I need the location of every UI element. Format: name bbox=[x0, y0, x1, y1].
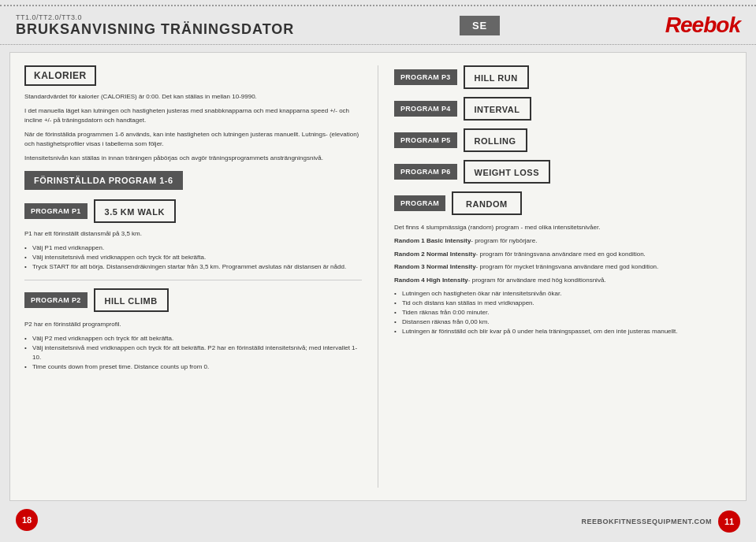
program-program-p3-row: PROGRAM P3 HILL RUN bbox=[394, 65, 732, 89]
random-item-1: Random 2 Normal Intensity- program för t… bbox=[394, 250, 732, 260]
random-label: RANDOM bbox=[466, 199, 508, 209]
vertical-separator bbox=[378, 65, 378, 488]
program-p2-label-box: HILL CLIMB bbox=[94, 288, 169, 312]
prog-badge-2: PROGRAM P5 bbox=[394, 132, 457, 148]
prog-label-1: INTERVAL bbox=[475, 105, 520, 114]
header-title: BRUKSANVISNING TRÄNINGSDATOR bbox=[16, 21, 294, 38]
header-subtitle: TT1.0/TT2.0/TT3.0 bbox=[16, 13, 294, 21]
random-bullets: Lutningen och hastigheten ökar när inten… bbox=[394, 289, 732, 336]
kalorier-para3: När de förinställda programmen 1-6 använ… bbox=[24, 130, 362, 149]
brand-logo: Reebok bbox=[665, 13, 740, 38]
random-bullet-4: Lutningen är förinställd och blir kvar p… bbox=[394, 327, 732, 336]
right-programs: PROGRAM P3 HILL RUN PROGRAM P4 INTERVAL … bbox=[394, 65, 732, 184]
random-bullet-1: Tid och distans kan ställas in med vridk… bbox=[394, 299, 732, 308]
main-content: KALORIER Standardvärdet för kalorier (CA… bbox=[9, 52, 747, 501]
prog-badge-0: PROGRAM P3 bbox=[394, 69, 457, 85]
prog-label-box-2: ROLLING bbox=[464, 128, 527, 152]
footer-icon-left: 18 bbox=[16, 509, 38, 531]
random-bullet-0: Lutningen och hastigheten ökar när inten… bbox=[394, 289, 732, 299]
kalorier-para1: Standardvärdet för kalorier (CALORIES) ä… bbox=[24, 92, 362, 102]
prog-badge-1: PROGRAM P4 bbox=[394, 101, 457, 117]
kalorier-para4: Intensitetsnivån kan ställas in innan tr… bbox=[24, 154, 362, 163]
program-p2-badge: PROGRAM P2 bbox=[24, 292, 88, 308]
prog-label-box-3: WEIGHT LOSS bbox=[464, 160, 551, 184]
language-badge: SE bbox=[460, 16, 500, 35]
left-column: KALORIER Standardvärdet för kalorier (CA… bbox=[24, 65, 362, 488]
prog-label-0: HILL RUN bbox=[475, 73, 518, 83]
p1-bullet-2: Välj intensitetsnivå med vridknappen och… bbox=[24, 253, 362, 262]
program-p2-desc: P2 har en förinställd programprofil. bbox=[24, 320, 362, 329]
random-badge: PROGRAM bbox=[394, 195, 445, 211]
prog-label-2: ROLLING bbox=[475, 136, 516, 146]
random-row: PROGRAM RANDOM bbox=[394, 191, 732, 215]
preset-title: FÖRINSTÄLLDA PROGRAM 1-6 bbox=[24, 171, 183, 190]
program-p1-bullets: Välj P1 med vridknappen. Välj intensitet… bbox=[24, 243, 362, 272]
header-left: TT1.0/TT2.0/TT3.0 BRUKSANVISNING TRÄNING… bbox=[16, 13, 294, 38]
right-column: PROGRAM P3 HILL RUN PROGRAM P4 INTERVAL … bbox=[394, 65, 732, 488]
prog-label-3: WEIGHT LOSS bbox=[475, 168, 540, 177]
prog-label-box-0: HILL RUN bbox=[464, 65, 529, 89]
program-p1-row: PROGRAM P1 3.5 KM WALK bbox=[24, 199, 362, 223]
footer-icon-right-number: 11 bbox=[724, 517, 734, 526]
p1-bullet-1: Välj P1 med vridknappen. bbox=[24, 243, 362, 253]
random-bullet-2: Tiden räknas från 0:00 minuter. bbox=[394, 308, 732, 317]
prog-badge-3: PROGRAM P6 bbox=[394, 164, 457, 180]
program-p1-label-box: 3.5 KM WALK bbox=[94, 199, 176, 223]
random-item-0: Random 1 Basic Intensity- program för ny… bbox=[394, 236, 732, 247]
random-intro: Det finns 4 slumpmässiga (random) progra… bbox=[394, 223, 732, 233]
program-p2-label: HILL CLIMB bbox=[105, 296, 158, 306]
p2-bullet-3: Time counts down from preset time. Dista… bbox=[24, 362, 362, 372]
program-program-p5-row: PROGRAM P5 ROLLING bbox=[394, 128, 732, 152]
kalorier-title: KALORIER bbox=[34, 70, 87, 81]
kalorier-header: KALORIER bbox=[24, 65, 96, 86]
random-item-2: Random 3 Normal Intensity- program för m… bbox=[394, 262, 732, 273]
kalorier-para2: I det manuella läget kan lutningen och h… bbox=[24, 106, 362, 125]
random-bullet-3: Distansen räknas från 0,00 km. bbox=[394, 317, 732, 327]
footer-icon-right: 11 bbox=[718, 510, 740, 533]
program-p1-desc: P1 har ett förinställt distansmål på 3,5… bbox=[24, 229, 362, 239]
p1-bullet-3: Tryck START för att börja. Distansendräk… bbox=[24, 262, 362, 272]
program-p2-bullets: Välj P2 med vridknappen och tryck för at… bbox=[24, 334, 362, 372]
divider-1 bbox=[24, 280, 362, 280]
random-item-3: Random 4 High Intensity- program för anv… bbox=[394, 276, 732, 286]
program-p1-badge: PROGRAM P1 bbox=[24, 203, 88, 219]
preset-section: FÖRINSTÄLLDA PROGRAM 1-6 PROGRAM P1 3.5 … bbox=[24, 171, 362, 372]
footer-icon-left-number: 18 bbox=[22, 515, 32, 525]
random-items: Random 1 Basic Intensity- program för ny… bbox=[394, 236, 732, 286]
header: TT1.0/TT2.0/TT3.0 BRUKSANVISNING TRÄNING… bbox=[0, 6, 756, 43]
dotted-separator bbox=[0, 44, 756, 46]
p2-bullet-2: Välj intensitetsnivå med vridknappen och… bbox=[24, 343, 362, 362]
program-p1-label: 3.5 KM WALK bbox=[105, 207, 165, 217]
p2-bullet-1: Välj P2 med vridknappen och tryck för at… bbox=[24, 334, 362, 343]
footer-url: REEBOKFITNESSEQUIPMENT.COM bbox=[581, 518, 712, 525]
program-program-p4-row: PROGRAM P4 INTERVAL bbox=[394, 97, 732, 121]
prog-label-box-1: INTERVAL bbox=[464, 97, 531, 121]
program-p2-row: PROGRAM P2 HILL CLIMB bbox=[24, 288, 362, 312]
dotted-top-border bbox=[0, 0, 756, 6]
program-program-p6-row: PROGRAM P6 WEIGHT LOSS bbox=[394, 160, 732, 184]
random-label-box: RANDOM bbox=[452, 191, 522, 215]
random-section: PROGRAM RANDOM Det finns 4 slumpmässiga … bbox=[394, 191, 732, 336]
